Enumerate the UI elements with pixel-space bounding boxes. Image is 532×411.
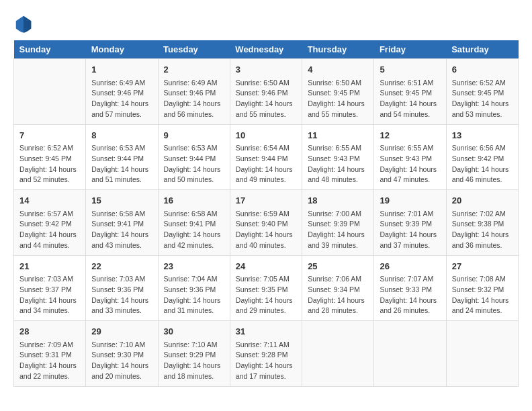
- calendar-cell: 5Sunrise: 6:51 AM Sunset: 9:45 PM Daylig…: [374, 59, 446, 125]
- cell-content: Sunrise: 7:05 AM Sunset: 9:35 PM Dayligh…: [236, 274, 296, 316]
- day-number: 3: [236, 63, 296, 77]
- calendar-cell: 3Sunrise: 6:50 AM Sunset: 9:46 PM Daylig…: [230, 59, 302, 125]
- cell-content: Sunrise: 6:59 AM Sunset: 9:40 PM Dayligh…: [236, 209, 296, 251]
- calendar-cell: 11Sunrise: 6:55 AM Sunset: 9:43 PM Dayli…: [302, 124, 374, 190]
- calendar-cell: 20Sunrise: 7:02 AM Sunset: 9:38 PM Dayli…: [446, 190, 518, 256]
- calendar-cell: [14, 59, 86, 125]
- day-number: 4: [308, 63, 368, 77]
- day-number: 5: [380, 63, 440, 77]
- cell-content: Sunrise: 6:52 AM Sunset: 9:45 PM Dayligh…: [19, 143, 80, 185]
- cell-content: Sunrise: 7:08 AM Sunset: 9:32 PM Dayligh…: [452, 274, 513, 316]
- calendar-cell: 9Sunrise: 6:53 AM Sunset: 9:44 PM Daylig…: [158, 124, 230, 190]
- cell-content: Sunrise: 7:00 AM Sunset: 9:39 PM Dayligh…: [308, 209, 368, 251]
- day-number: 31: [236, 325, 296, 338]
- cell-content: Sunrise: 7:09 AM Sunset: 9:31 PM Dayligh…: [19, 340, 80, 382]
- cell-content: Sunrise: 6:51 AM Sunset: 9:45 PM Dayligh…: [380, 78, 440, 120]
- day-number: 14: [19, 194, 80, 208]
- week-row-2: 7Sunrise: 6:52 AM Sunset: 9:45 PM Daylig…: [14, 124, 519, 190]
- calendar-cell: 7Sunrise: 6:52 AM Sunset: 9:45 PM Daylig…: [14, 124, 86, 190]
- cell-content: Sunrise: 6:53 AM Sunset: 9:44 PM Dayligh…: [164, 143, 224, 185]
- day-number: 9: [164, 129, 224, 142]
- day-number: 16: [164, 194, 224, 208]
- logo-icon: [13, 13, 34, 34]
- day-number: 20: [452, 194, 513, 208]
- week-row-1: 1Sunrise: 6:49 AM Sunset: 9:46 PM Daylig…: [14, 59, 519, 125]
- calendar-cell: 26Sunrise: 7:07 AM Sunset: 9:33 PM Dayli…: [374, 255, 446, 321]
- day-number: 27: [452, 260, 513, 273]
- calendar-cell: 4Sunrise: 6:50 AM Sunset: 9:45 PM Daylig…: [302, 59, 374, 125]
- day-number: 19: [380, 194, 440, 208]
- cell-content: Sunrise: 7:03 AM Sunset: 9:36 PM Dayligh…: [91, 274, 152, 316]
- day-number: 7: [19, 129, 80, 142]
- cell-content: Sunrise: 6:52 AM Sunset: 9:45 PM Dayligh…: [452, 78, 513, 120]
- cell-content: Sunrise: 7:04 AM Sunset: 9:36 PM Dayligh…: [164, 274, 224, 316]
- calendar-cell: 31Sunrise: 7:11 AM Sunset: 9:28 PM Dayli…: [230, 321, 302, 387]
- week-row-3: 14Sunrise: 6:57 AM Sunset: 9:42 PM Dayli…: [14, 190, 519, 256]
- calendar-cell: 19Sunrise: 7:01 AM Sunset: 9:39 PM Dayli…: [374, 190, 446, 256]
- day-number: 21: [19, 260, 80, 273]
- cell-content: Sunrise: 6:55 AM Sunset: 9:43 PM Dayligh…: [308, 143, 368, 185]
- calendar-cell: 21Sunrise: 7:03 AM Sunset: 9:37 PM Dayli…: [14, 255, 86, 321]
- day-number: 26: [380, 260, 440, 273]
- calendar-cell: 18Sunrise: 7:00 AM Sunset: 9:39 PM Dayli…: [302, 190, 374, 256]
- cell-content: Sunrise: 6:56 AM Sunset: 9:42 PM Dayligh…: [452, 143, 513, 185]
- day-number: 12: [380, 129, 440, 142]
- calendar-cell: 6Sunrise: 6:52 AM Sunset: 9:45 PM Daylig…: [446, 59, 518, 125]
- day-number: 22: [91, 260, 152, 273]
- calendar-cell: 17Sunrise: 6:59 AM Sunset: 9:40 PM Dayli…: [230, 190, 302, 256]
- cell-content: Sunrise: 6:58 AM Sunset: 9:41 PM Dayligh…: [164, 209, 224, 251]
- day-header-thursday: Thursday: [302, 40, 374, 59]
- calendar-cell: 27Sunrise: 7:08 AM Sunset: 9:32 PM Dayli…: [446, 255, 518, 321]
- cell-content: Sunrise: 7:01 AM Sunset: 9:39 PM Dayligh…: [380, 209, 440, 251]
- calendar-cell: [446, 321, 518, 387]
- calendar-cell: 2Sunrise: 6:49 AM Sunset: 9:46 PM Daylig…: [158, 59, 230, 125]
- calendar-cell: 22Sunrise: 7:03 AM Sunset: 9:36 PM Dayli…: [86, 255, 158, 321]
- calendar-table: SundayMondayTuesdayWednesdayThursdayFrid…: [13, 40, 519, 387]
- day-number: 29: [91, 325, 152, 338]
- day-number: 15: [91, 194, 152, 208]
- day-number: 17: [236, 194, 296, 208]
- calendar-cell: 14Sunrise: 6:57 AM Sunset: 9:42 PM Dayli…: [14, 190, 86, 256]
- calendar-cell: 13Sunrise: 6:56 AM Sunset: 9:42 PM Dayli…: [446, 124, 518, 190]
- day-number: 13: [452, 129, 513, 142]
- cell-content: Sunrise: 7:11 AM Sunset: 9:28 PM Dayligh…: [236, 340, 296, 382]
- page-header: [13, 13, 519, 34]
- week-row-4: 21Sunrise: 7:03 AM Sunset: 9:37 PM Dayli…: [14, 255, 519, 321]
- day-header-tuesday: Tuesday: [158, 40, 230, 59]
- day-number: 10: [236, 129, 296, 142]
- cell-content: Sunrise: 7:06 AM Sunset: 9:34 PM Dayligh…: [308, 274, 368, 316]
- calendar-cell: [374, 321, 446, 387]
- cell-content: Sunrise: 7:02 AM Sunset: 9:38 PM Dayligh…: [452, 209, 513, 251]
- day-number: 2: [164, 63, 224, 77]
- week-row-5: 28Sunrise: 7:09 AM Sunset: 9:31 PM Dayli…: [14, 321, 519, 387]
- cell-content: Sunrise: 6:49 AM Sunset: 9:46 PM Dayligh…: [164, 78, 224, 120]
- cell-content: Sunrise: 6:50 AM Sunset: 9:45 PM Dayligh…: [308, 78, 368, 120]
- cell-content: Sunrise: 6:53 AM Sunset: 9:44 PM Dayligh…: [91, 143, 152, 185]
- calendar-cell: 16Sunrise: 6:58 AM Sunset: 9:41 PM Dayli…: [158, 190, 230, 256]
- header-row: SundayMondayTuesdayWednesdayThursdayFrid…: [14, 40, 519, 59]
- calendar-cell: 1Sunrise: 6:49 AM Sunset: 9:46 PM Daylig…: [86, 59, 158, 125]
- day-header-sunday: Sunday: [14, 40, 86, 59]
- cell-content: Sunrise: 6:50 AM Sunset: 9:46 PM Dayligh…: [236, 78, 296, 120]
- cell-content: Sunrise: 6:54 AM Sunset: 9:44 PM Dayligh…: [236, 143, 296, 185]
- calendar-cell: 23Sunrise: 7:04 AM Sunset: 9:36 PM Dayli…: [158, 255, 230, 321]
- day-header-monday: Monday: [86, 40, 158, 59]
- calendar-cell: 24Sunrise: 7:05 AM Sunset: 9:35 PM Dayli…: [230, 255, 302, 321]
- cell-content: Sunrise: 6:58 AM Sunset: 9:41 PM Dayligh…: [91, 209, 152, 251]
- calendar-cell: 15Sunrise: 6:58 AM Sunset: 9:41 PM Dayli…: [86, 190, 158, 256]
- calendar-cell: 25Sunrise: 7:06 AM Sunset: 9:34 PM Dayli…: [302, 255, 374, 321]
- cell-content: Sunrise: 6:57 AM Sunset: 9:42 PM Dayligh…: [19, 209, 80, 251]
- calendar-cell: [302, 321, 374, 387]
- day-number: 1: [91, 63, 152, 77]
- day-number: 28: [19, 325, 80, 338]
- logo: [13, 13, 36, 34]
- calendar-cell: 30Sunrise: 7:10 AM Sunset: 9:29 PM Dayli…: [158, 321, 230, 387]
- cell-content: Sunrise: 7:07 AM Sunset: 9:33 PM Dayligh…: [380, 274, 440, 316]
- calendar-cell: 10Sunrise: 6:54 AM Sunset: 9:44 PM Dayli…: [230, 124, 302, 190]
- day-header-friday: Friday: [374, 40, 446, 59]
- day-header-wednesday: Wednesday: [230, 40, 302, 59]
- day-number: 25: [308, 260, 368, 273]
- calendar-cell: 29Sunrise: 7:10 AM Sunset: 9:30 PM Dayli…: [86, 321, 158, 387]
- day-number: 6: [452, 63, 513, 77]
- day-number: 18: [308, 194, 368, 208]
